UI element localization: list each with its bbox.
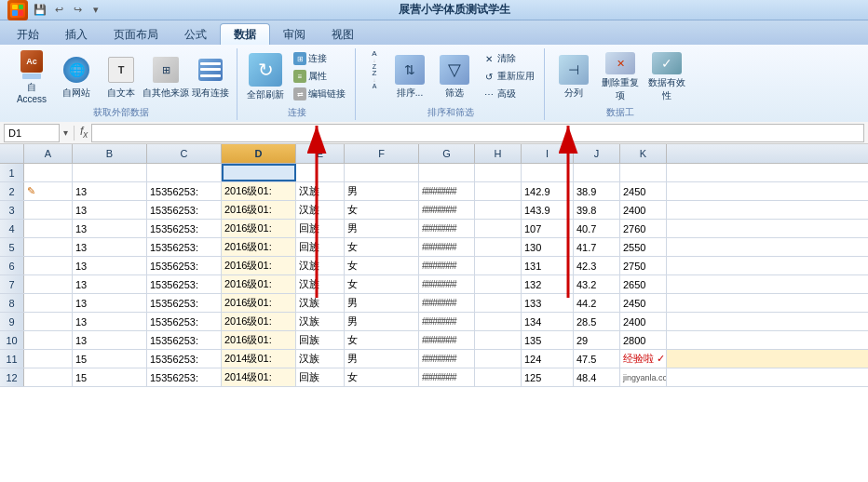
cell-j5[interactable]: 41.7: [574, 238, 620, 256]
cell-h6[interactable]: [475, 257, 522, 274]
col-header-h[interactable]: H: [475, 144, 522, 163]
cell-f2[interactable]: 男: [345, 182, 419, 200]
btn-reapply[interactable]: ↺ 重新应用: [479, 68, 538, 85]
cell-f1[interactable]: [345, 164, 419, 181]
cell-j9[interactable]: 28.5: [574, 313, 620, 330]
tab-view[interactable]: 视图: [319, 24, 367, 45]
col-header-a[interactable]: A: [24, 144, 73, 163]
cell-b1[interactable]: [73, 164, 147, 181]
formula-expand-btn[interactable]: ▾: [63, 127, 68, 138]
cell-g6[interactable]: ########: [419, 257, 475, 274]
cell-c2[interactable]: 15356253:: [147, 182, 222, 200]
cell-g9[interactable]: ########: [419, 313, 475, 330]
cell-k9[interactable]: 2400: [620, 313, 667, 330]
cell-c1[interactable]: [147, 164, 222, 181]
cell-g5[interactable]: ########: [419, 238, 475, 256]
btn-text[interactable]: T 自文本: [101, 50, 142, 104]
cell-j4[interactable]: 40.7: [574, 220, 620, 237]
redo-qa-btn[interactable]: ↪: [69, 2, 86, 19]
cell-h4[interactable]: [475, 220, 522, 237]
cell-h3[interactable]: [475, 201, 522, 219]
cell-i7[interactable]: 132: [522, 275, 574, 293]
btn-split-col[interactable]: ⊣ 分列: [552, 50, 595, 104]
cell-j7[interactable]: 43.2: [574, 275, 620, 293]
cell-g2[interactable]: ########: [419, 182, 475, 200]
cell-d9[interactable]: 2016级01:: [222, 313, 296, 330]
office-button[interactable]: [7, 0, 28, 20]
btn-refresh-all[interactable]: ↻ 全部刷新: [245, 50, 286, 104]
cell-a12[interactable]: [24, 368, 73, 386]
cell-d3[interactable]: 2016级01:: [222, 201, 296, 219]
cell-d7[interactable]: 2016级01:: [222, 275, 296, 293]
cell-b10[interactable]: 13: [73, 331, 147, 349]
cell-h1[interactable]: [475, 164, 522, 181]
cell-a11[interactable]: [24, 350, 73, 368]
cell-k4[interactable]: 2760: [620, 220, 667, 237]
cell-d6[interactable]: 2016级01:: [222, 257, 296, 274]
btn-sort-az[interactable]: A ↓ Z: [363, 50, 386, 69]
cell-j6[interactable]: 42.3: [574, 257, 620, 274]
btn-conn[interactable]: ⊞ 连接: [290, 50, 349, 67]
cell-f12[interactable]: 女: [345, 368, 419, 386]
btn-advanced[interactable]: ⋯ 高级: [479, 86, 538, 102]
cell-h12[interactable]: [475, 368, 522, 386]
cell-g11[interactable]: ########: [419, 350, 475, 368]
tab-start[interactable]: 开始: [4, 24, 52, 45]
cell-c9[interactable]: 15356253:: [147, 313, 222, 330]
cell-i9[interactable]: 134: [522, 313, 574, 330]
cell-a10[interactable]: [24, 331, 73, 349]
col-header-f[interactable]: F: [345, 144, 419, 163]
cell-f5[interactable]: 女: [345, 238, 419, 256]
cell-i10[interactable]: 135: [522, 331, 574, 349]
cell-f7[interactable]: 女: [345, 275, 419, 293]
cell-i11[interactable]: 124: [522, 350, 574, 368]
cell-i4[interactable]: 107: [522, 220, 574, 237]
cell-b8[interactable]: 13: [73, 294, 147, 312]
cell-h11[interactable]: [475, 350, 522, 368]
cell-g3[interactable]: ########: [419, 201, 475, 219]
cell-d1[interactable]: [222, 164, 296, 181]
col-header-e[interactable]: E: [296, 144, 345, 163]
cell-k11[interactable]: 经验啦 ✓: [620, 350, 667, 368]
col-header-g[interactable]: G: [419, 144, 475, 163]
cell-c12[interactable]: 15356253:: [147, 368, 222, 386]
cell-c8[interactable]: 15356253:: [147, 294, 222, 312]
tab-data[interactable]: 数据: [220, 23, 270, 45]
cell-i3[interactable]: 143.9: [522, 201, 574, 219]
cell-b11[interactable]: 15: [73, 350, 147, 368]
cell-k12[interactable]: jingyanlа.com: [620, 368, 667, 386]
cell-e1[interactable]: [296, 164, 345, 181]
tab-layout[interactable]: 页面布局: [101, 24, 171, 45]
cell-k10[interactable]: 2800: [620, 331, 667, 349]
col-header-d[interactable]: D: [222, 144, 296, 163]
cell-k1[interactable]: [620, 164, 667, 181]
cell-b5[interactable]: 13: [73, 238, 147, 256]
cell-d4[interactable]: 2016级01:: [222, 220, 296, 237]
cell-i8[interactable]: 133: [522, 294, 574, 312]
btn-web[interactable]: 🌐 自网站: [56, 50, 97, 104]
cell-e12[interactable]: 回族: [296, 368, 345, 386]
btn-sort[interactable]: ⇅ 排序...: [389, 50, 430, 104]
cell-b4[interactable]: 13: [73, 220, 147, 237]
btn-remove-dup[interactable]: ✕ 删除重复项: [599, 50, 642, 104]
cell-j2[interactable]: 38.9: [574, 182, 620, 200]
cell-h10[interactable]: [475, 331, 522, 349]
cell-g8[interactable]: ########: [419, 294, 475, 312]
btn-access[interactable]: Ac 自 Access: [11, 50, 52, 104]
btn-filter[interactable]: ▽ 筛选: [434, 50, 475, 104]
cell-d10[interactable]: 2016级01:: [222, 331, 296, 349]
cell-i12[interactable]: 125: [522, 368, 574, 386]
cell-e3[interactable]: 汉族: [296, 201, 345, 219]
cell-g12[interactable]: ########: [419, 368, 475, 386]
tab-review[interactable]: 审阅: [270, 24, 319, 45]
cell-h5[interactable]: [475, 238, 522, 256]
cell-h8[interactable]: [475, 294, 522, 312]
cell-b7[interactable]: 13: [73, 275, 147, 293]
cell-i6[interactable]: 131: [522, 257, 574, 274]
cell-c6[interactable]: 15356253:: [147, 257, 222, 274]
cell-b2[interactable]: 13: [73, 182, 147, 200]
cell-reference[interactable]: D1: [4, 124, 60, 142]
cell-e10[interactable]: 回族: [296, 331, 345, 349]
cell-k6[interactable]: 2750: [620, 257, 667, 274]
cell-g1[interactable]: [419, 164, 475, 181]
